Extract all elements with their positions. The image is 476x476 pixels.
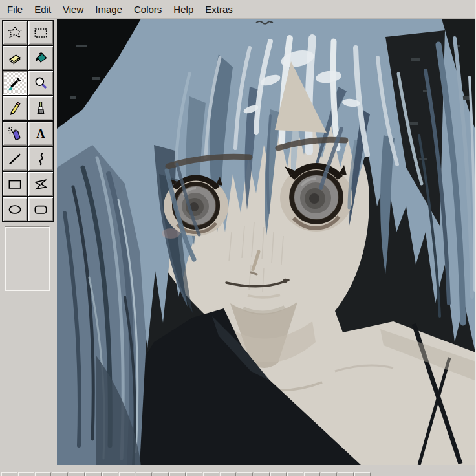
palette-cell[interactable] xyxy=(169,472,186,476)
rounded-rectangle-icon xyxy=(32,201,49,218)
palette-cell[interactable] xyxy=(153,472,169,476)
eraser-icon xyxy=(6,50,23,67)
menu-colors[interactable]: Colors xyxy=(128,1,168,17)
canvas-artwork xyxy=(57,19,476,465)
curve-icon xyxy=(32,151,49,168)
text-icon xyxy=(32,125,49,142)
palette-cell[interactable] xyxy=(119,472,135,476)
menu-extras[interactable]: Extras xyxy=(199,1,239,17)
palette-cell[interactable] xyxy=(270,472,287,476)
menu-file[interactable]: File xyxy=(1,1,28,17)
tool-brush[interactable] xyxy=(28,96,54,121)
palette-cell[interactable] xyxy=(35,472,51,476)
tool-polygon[interactable] xyxy=(28,171,54,197)
polygon-icon xyxy=(32,176,49,193)
eyedropper-icon xyxy=(6,75,23,92)
menu-help[interactable]: Help xyxy=(168,1,199,17)
palette-cell[interactable] xyxy=(338,472,354,476)
menubar: FileEditViewImageColorsHelpExtras xyxy=(0,0,476,19)
palette-cell[interactable] xyxy=(52,472,68,476)
palette-cell[interactable] xyxy=(321,472,337,476)
menu-view[interactable]: View xyxy=(57,1,89,17)
pencil-icon xyxy=(6,100,23,117)
palette-cell[interactable] xyxy=(354,472,371,476)
tool-panel xyxy=(0,19,57,476)
tool-select[interactable] xyxy=(28,20,54,45)
palette-cell[interactable] xyxy=(102,472,118,476)
tool-rounded-rectangle[interactable] xyxy=(28,197,54,222)
ellipse-icon xyxy=(6,201,23,218)
palette-cell[interactable] xyxy=(287,472,303,476)
airbrush-icon xyxy=(6,125,23,142)
tool-text[interactable] xyxy=(28,121,54,146)
select-icon xyxy=(32,25,49,41)
tool-fill-with-color[interactable] xyxy=(28,45,54,70)
palette-cell[interactable] xyxy=(69,472,85,476)
rectangle-icon xyxy=(6,176,23,193)
paint-canvas[interactable] xyxy=(57,19,476,465)
menu-edit[interactable]: Edit xyxy=(28,1,57,17)
paint-app-window: FileEditViewImageColorsHelpExtras xyxy=(0,0,476,476)
free-form-select-icon xyxy=(6,25,23,41)
tool-eraser[interactable] xyxy=(2,45,28,70)
tool-free-form-select[interactable] xyxy=(2,20,28,45)
tool-magnifier[interactable] xyxy=(28,70,54,96)
palette-cell[interactable] xyxy=(304,472,320,476)
palette-cell[interactable] xyxy=(18,472,34,476)
tool-line[interactable] xyxy=(2,146,28,171)
menu-image[interactable]: Image xyxy=(89,1,128,17)
brush-icon xyxy=(32,100,49,117)
palette-cell[interactable] xyxy=(237,472,253,476)
tool-rectangle[interactable] xyxy=(2,171,28,197)
fill-bucket-icon xyxy=(32,50,49,67)
tool-options-box[interactable] xyxy=(5,226,50,291)
tool-grid xyxy=(2,20,55,222)
palette-cell[interactable] xyxy=(136,472,152,476)
magnifier-icon xyxy=(32,75,49,92)
tool-pick-color[interactable] xyxy=(2,70,28,96)
tool-ellipse[interactable] xyxy=(2,197,28,222)
palette-cell[interactable] xyxy=(85,472,102,476)
color-palette xyxy=(1,472,371,476)
tool-airbrush[interactable] xyxy=(2,121,28,146)
palette-cell[interactable] xyxy=(220,472,236,476)
palette-cell[interactable] xyxy=(1,472,17,476)
palette-cell[interactable] xyxy=(254,472,270,476)
tool-curve[interactable] xyxy=(28,146,54,171)
tool-pencil[interactable] xyxy=(2,96,28,121)
palette-cell[interactable] xyxy=(186,472,202,476)
line-icon xyxy=(6,151,23,168)
palette-cell[interactable] xyxy=(203,472,219,476)
